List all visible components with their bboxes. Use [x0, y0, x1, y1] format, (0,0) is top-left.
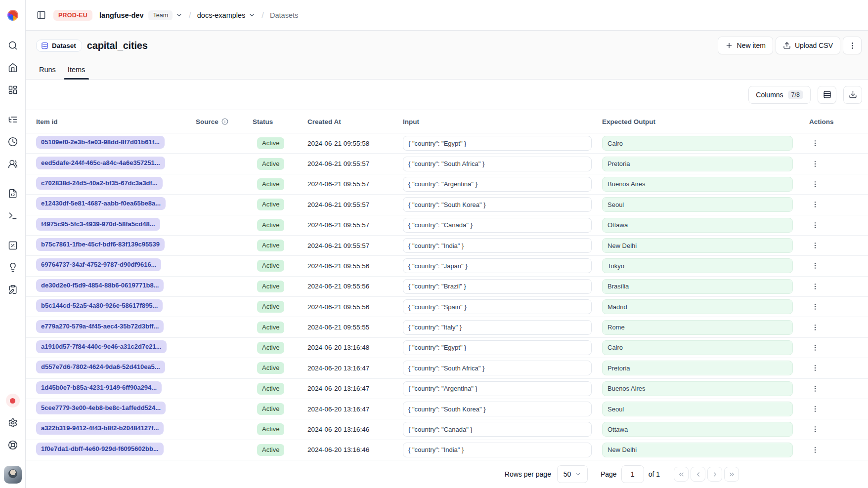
item-id-pill[interactable]: e779a270-579a-4f45-aec4-35b72d3bff... [36, 320, 164, 333]
sidebar-item-settings[interactable] [4, 414, 21, 431]
expected-output-cell[interactable]: Seoul [602, 197, 793, 212]
item-id-pill[interactable]: a1910d57-7f84-440c-9e46-a31c2d7e21... [36, 340, 167, 353]
expected-output-cell[interactable]: Tokyo [602, 258, 793, 273]
input-cell[interactable]: { "country": "Japan" } [403, 258, 592, 273]
sidebar-item-prompts[interactable] [4, 185, 21, 202]
expected-output-cell[interactable]: Ottawa [602, 218, 793, 233]
export-button[interactable] [843, 86, 862, 104]
input-cell[interactable]: { "country": "Argentina" } [403, 381, 592, 396]
input-cell[interactable]: { "country": "South Korea" } [403, 197, 592, 212]
item-id-pill[interactable]: c702838d-24d5-40a2-bf35-67dc3a3df... [36, 177, 163, 190]
item-id-pill[interactable]: a322b319-9412-4f43-b8f2-b20484127f... [36, 422, 164, 435]
row-actions-button[interactable] [808, 218, 822, 232]
sidebar-item-playground[interactable] [4, 207, 21, 224]
row-actions-button[interactable] [808, 157, 822, 171]
row-actions-button[interactable] [808, 361, 822, 375]
sidebar-item-sessions[interactable] [4, 133, 21, 150]
expected-output-cell[interactable]: Madrid [602, 299, 793, 314]
project-name[interactable]: docs-examples [197, 11, 246, 19]
previous-page-button[interactable] [691, 467, 705, 482]
item-id-pill[interactable]: 1d45b0e7-b85a-4231-9149-6ff90a294... [36, 381, 162, 394]
sidebar-item-home[interactable] [4, 59, 21, 76]
item-id-pill[interactable]: 5cee7779-3e00-4eb8-be8c-1affedd524... [36, 402, 166, 414]
first-page-button[interactable] [674, 467, 689, 482]
row-actions-button[interactable] [808, 177, 822, 191]
more-actions-button[interactable] [843, 37, 862, 54]
next-page-button[interactable] [707, 467, 722, 482]
expected-output-cell[interactable]: New Delhi [602, 443, 793, 457]
row-actions-button[interactable] [808, 422, 822, 436]
row-actions-button[interactable] [808, 402, 822, 416]
row-actions-button[interactable] [808, 443, 822, 457]
row-actions-button[interactable] [808, 280, 822, 293]
row-actions-button[interactable] [808, 300, 822, 314]
row-actions-button[interactable] [808, 136, 822, 150]
user-avatar[interactable] [4, 466, 22, 484]
row-actions-button[interactable] [808, 341, 822, 355]
input-cell[interactable]: { "country": "Canada" } [403, 218, 592, 233]
input-cell[interactable]: { "country": "Canada" } [403, 422, 592, 437]
input-cell[interactable]: { "country": "Spain" } [403, 299, 592, 314]
input-cell[interactable]: { "country": "South Africa" } [403, 361, 592, 375]
input-cell[interactable]: { "country": "Brazil" } [403, 279, 592, 294]
item-id-pill[interactable]: de30d2e0-f5d9-4854-88b6-0619771b8... [36, 279, 164, 292]
sidebar-item-annotation[interactable] [4, 281, 21, 298]
sidebar-item-support[interactable] [4, 437, 21, 453]
expected-output-cell[interactable]: Brasília [602, 279, 793, 294]
row-actions-button[interactable] [808, 259, 822, 273]
row-actions-button[interactable] [808, 321, 822, 334]
expected-output-cell[interactable]: Pretoria [602, 361, 793, 375]
sidebar-item-search[interactable] [4, 37, 21, 54]
sidebar-item-evaluation[interactable] [4, 237, 21, 254]
page-number-input[interactable] [621, 465, 644, 483]
upload-csv-button[interactable]: Upload CSV [776, 37, 840, 54]
input-cell[interactable]: { "country": "South Korea" } [403, 402, 592, 416]
sidebar-item-datasets[interactable] [4, 303, 21, 320]
sidebar-toggle-button[interactable] [34, 8, 48, 23]
input-cell[interactable]: { "country": "India" } [403, 443, 592, 457]
expected-output-cell[interactable]: Ottawa [602, 422, 793, 437]
expected-output-cell[interactable]: Buenos Aires [602, 381, 793, 396]
organization-name[interactable]: langfuse-dev [99, 11, 143, 19]
project-chevron-down-icon[interactable] [248, 11, 256, 19]
item-id-pill[interactable]: 1f0e7da1-dbff-4e60-929d-f6095602bb... [36, 443, 164, 455]
item-id-pill[interactable]: eed5dafe-244f-465c-a84c-4a6e357251... [36, 157, 165, 169]
input-cell[interactable]: { "country": "Argentina" } [403, 177, 592, 192]
row-actions-button[interactable] [808, 239, 822, 252]
expected-output-cell[interactable]: Buenos Aires [602, 177, 793, 192]
sidebar-item-users[interactable] [4, 156, 21, 172]
item-id-pill[interactable]: e12430df-5e81-4687-aabb-f0ea65be8a... [36, 197, 166, 210]
input-cell[interactable]: { "country": "South Africa" } [403, 157, 592, 171]
tab-runs[interactable]: Runs [38, 61, 57, 80]
expected-output-cell[interactable]: Cairo [602, 340, 793, 355]
expected-output-cell[interactable]: Rome [602, 320, 793, 335]
sidebar-item-tracing[interactable] [4, 111, 21, 128]
input-cell[interactable]: { "country": "Egypt" } [403, 340, 592, 355]
tab-items[interactable]: Items [67, 61, 86, 80]
expected-output-cell[interactable]: Pretoria [602, 157, 793, 171]
columns-button[interactable]: Columns 7/8 [748, 86, 811, 104]
row-actions-button[interactable] [808, 382, 822, 396]
expected-output-cell[interactable]: New Delhi [602, 238, 793, 253]
input-cell[interactable]: { "country": "India" } [403, 238, 592, 253]
info-icon[interactable] [221, 118, 228, 125]
last-page-button[interactable] [724, 467, 739, 482]
status-badge: Active [257, 199, 284, 210]
item-id-pill[interactable]: d557e7d6-7802-4624-9da6-52d410ea5... [36, 361, 165, 373]
rows-per-page-select[interactable]: 50 [557, 465, 588, 483]
expected-output-cell[interactable]: Cairo [602, 136, 793, 151]
row-actions-button[interactable] [808, 198, 822, 211]
org-chevron-down-icon[interactable] [175, 11, 183, 19]
sidebar-item-insights[interactable] [4, 259, 21, 276]
input-cell[interactable]: { "country": "Egypt" } [403, 136, 592, 151]
row-height-button[interactable] [818, 86, 836, 104]
new-item-button[interactable]: New item [718, 37, 773, 54]
sidebar-item-dashboard[interactable] [4, 81, 21, 98]
item-id-pill[interactable]: b5c144cd-52a5-4a80-926e-58617f895... [36, 299, 163, 312]
item-id-pill[interactable]: 05109ef0-2e3b-4e03-98dd-8f7d01b61f... [36, 136, 165, 149]
item-id-pill[interactable]: 69764737-34af-4752-9787-d90df9616... [36, 258, 161, 271]
input-cell[interactable]: { "country": "Italy" } [403, 320, 592, 335]
expected-output-cell[interactable]: Seoul [602, 402, 793, 416]
item-id-pill[interactable]: f4975c95-5fc3-4939-970d-58fa5cd48... [36, 218, 160, 231]
item-id-pill[interactable]: b75c7861-1fbe-45cf-bdf6-83f139c95539 [36, 238, 165, 251]
